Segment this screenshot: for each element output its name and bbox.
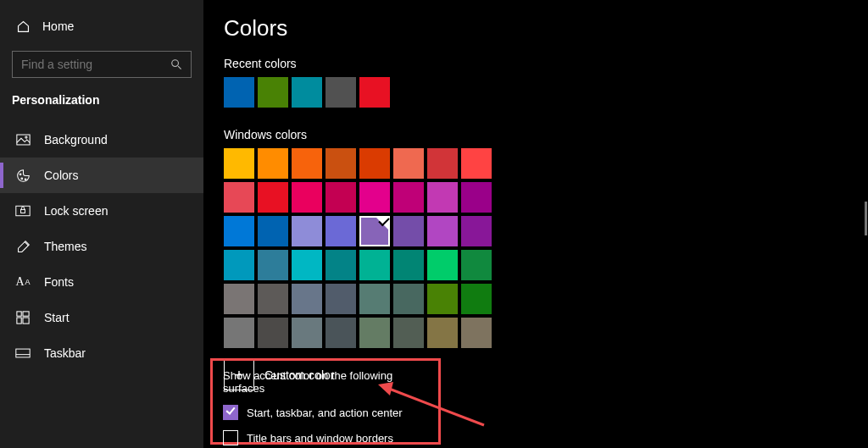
recent-color-swatch[interactable] [326,77,356,108]
svg-rect-11 [23,318,29,324]
home-nav[interactable]: Home [0,15,203,37]
color-swatch[interactable] [427,318,458,348]
svg-marker-15 [378,382,393,395]
search-icon [170,58,182,70]
annotation-arrow-icon [378,379,488,429]
windows-colors-label: Windows colors [224,128,868,141]
sidebar-item-label: Colors [44,169,78,182]
color-swatch[interactable] [326,182,356,213]
color-swatch[interactable] [393,318,424,348]
background-icon [15,132,31,147]
fonts-icon: AA [15,274,31,290]
svg-rect-8 [17,312,21,316]
svg-point-2 [25,136,26,138]
color-swatch[interactable] [292,284,322,314]
checkbox-icon [223,430,238,445]
category-label: Personalization [0,93,203,122]
color-swatch[interactable] [427,182,458,213]
svg-rect-1 [16,135,29,145]
color-swatch[interactable] [461,250,492,280]
color-swatch[interactable] [393,284,424,314]
start-icon [15,310,31,325]
color-swatch[interactable] [224,216,254,246]
svg-rect-9 [23,312,29,316]
color-swatch[interactable] [224,318,254,348]
color-swatch[interactable] [292,216,322,246]
color-swatch[interactable] [461,318,492,348]
color-swatch[interactable] [326,318,356,348]
sidebar-item-themes[interactable]: Themes [0,229,203,264]
checkbox-title-bars-and-window-borders[interactable]: Title bars and window borders [223,430,428,445]
sidebar-item-colors[interactable]: Colors [0,158,203,193]
color-swatch[interactable] [326,148,356,179]
recent-color-swatch[interactable] [224,77,254,108]
svg-point-3 [19,173,21,174]
checkbox-icon [223,405,238,420]
color-swatch[interactable] [224,182,254,213]
color-swatch[interactable] [427,216,458,246]
color-swatch[interactable] [258,148,288,179]
taskbar-icon [15,346,31,361]
sidebar-item-lock-screen[interactable]: Lock screen [0,193,203,229]
color-swatch[interactable] [359,182,390,213]
svg-rect-10 [17,318,21,324]
sidebar-item-label: Lock screen [44,204,108,218]
color-swatch[interactable] [461,148,492,179]
home-icon [15,19,31,34]
color-swatch[interactable] [292,182,322,213]
color-swatch[interactable] [393,250,424,280]
sidebar-item-taskbar[interactable]: Taskbar [0,335,203,371]
color-swatch[interactable] [359,284,390,314]
color-swatch[interactable] [461,216,492,246]
svg-rect-12 [16,349,30,357]
color-swatch[interactable] [258,182,288,213]
home-label: Home [42,19,74,33]
color-swatch[interactable] [359,318,390,348]
sidebar-item-label: Fonts [44,275,74,289]
lock-screen-icon [15,203,31,218]
color-swatch[interactable] [292,148,322,179]
sidebar-item-label: Taskbar [44,346,86,360]
search-field[interactable] [21,58,170,71]
color-swatch[interactable] [359,250,390,280]
color-swatch[interactable] [326,284,356,314]
svg-rect-7 [21,209,25,213]
color-swatch[interactable] [258,318,288,348]
color-swatch[interactable] [326,216,356,246]
sidebar-item-background[interactable]: Background [0,122,203,158]
themes-icon [15,239,31,254]
color-swatch[interactable] [326,250,356,280]
search-input[interactable] [12,51,192,78]
color-swatch[interactable] [427,148,458,179]
color-swatch[interactable] [258,284,288,314]
color-swatch[interactable] [427,250,458,280]
color-swatch[interactable] [224,250,254,280]
checkbox-label: Title bars and window borders [247,432,393,445]
color-swatch[interactable] [292,250,322,280]
color-swatch[interactable] [258,216,288,246]
color-swatch[interactable] [258,250,288,280]
color-swatch[interactable] [427,284,458,314]
color-swatch[interactable] [393,216,424,246]
color-swatch[interactable] [224,148,254,179]
color-swatch[interactable] [359,148,390,179]
recent-colors-label: Recent colors [224,57,868,70]
sidebar-item-fonts[interactable]: AAFonts [0,264,203,300]
color-swatch[interactable] [393,148,424,179]
svg-line-14 [385,387,484,425]
svg-point-4 [20,178,22,180]
sidebar-item-start[interactable]: Start [0,300,203,335]
recent-color-swatch[interactable] [258,77,288,108]
color-swatch[interactable] [224,284,254,314]
colors-icon [15,168,31,183]
color-swatch[interactable] [461,284,492,314]
recent-color-swatch[interactable] [359,77,390,108]
color-swatch[interactable] [359,216,390,246]
color-swatch[interactable] [292,318,322,348]
recent-color-swatch[interactable] [292,77,322,108]
color-swatch[interactable] [461,182,492,213]
svg-point-5 [25,178,26,180]
sidebar-item-label: Background [44,133,108,147]
scrollbar[interactable] [865,202,867,235]
color-swatch[interactable] [393,182,424,213]
